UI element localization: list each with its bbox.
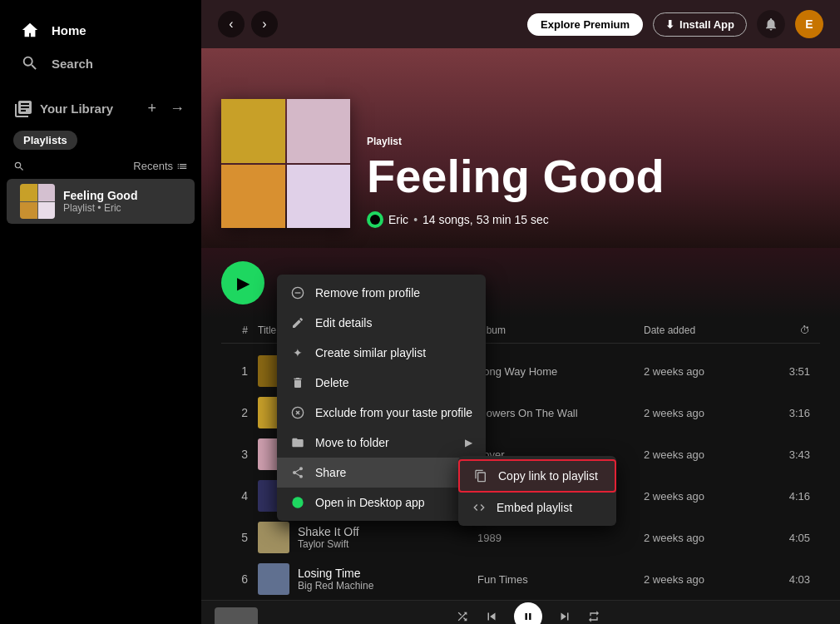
recents-group[interactable]: Recents: [133, 160, 188, 172]
track-num: 5: [231, 531, 258, 544]
owner-icon: [367, 211, 383, 228]
table-row[interactable]: 4 Cruel Summer Taylor Swift Lover 2 week…: [221, 475, 820, 517]
hero-info: Playlist Feeling Good Eric • 14 songs, 5…: [367, 136, 820, 228]
shuffle-button[interactable]: [456, 610, 469, 623]
thumb-cell-4: [38, 202, 56, 220]
col-dur-header: ⏱: [760, 324, 810, 336]
track-name: Anti-Hero: [298, 400, 348, 414]
track-album: Lover: [477, 490, 644, 503]
track-date: 2 weeks ago: [644, 407, 760, 419]
col-num-header: #: [231, 324, 258, 336]
pause-button[interactable]: [514, 602, 542, 625]
track-album: Flowers On The Wall: [477, 407, 644, 419]
track-duration: 3:16: [760, 407, 810, 419]
next-icon: [557, 609, 572, 624]
bottom-bar: - -: [201, 600, 840, 624]
track-thumb: [258, 397, 289, 428]
table-row[interactable]: 1 Long Way Home 5 Seconds of Summer Long…: [221, 350, 820, 392]
library-actions: + →: [144, 97, 188, 121]
expand-library-button[interactable]: →: [166, 97, 188, 121]
thumb-cell-1: [20, 184, 37, 201]
track-album: Long Way Home: [477, 365, 644, 378]
now-playing: - -: [215, 607, 380, 625]
track-name-col: Losing Time Big Red Machine: [298, 567, 373, 592]
controls-row: ▶ • • •: [201, 248, 840, 318]
repeat-button[interactable]: [587, 610, 600, 623]
repeat-icon: [587, 610, 600, 623]
add-library-button[interactable]: +: [144, 97, 160, 121]
table-row[interactable]: 3 Lover Taylor Swift Lover 2 weeks ago 3…: [221, 433, 820, 475]
track-num: 3: [231, 448, 258, 461]
install-icon: ⬇: [665, 18, 674, 31]
thumb-cell-2: [38, 184, 56, 201]
table-row[interactable]: 5 Shake It Off Taylor Swift 1989 2 weeks…: [221, 517, 820, 558]
more-options-button[interactable]: • • •: [281, 274, 316, 293]
hero-section: Playlist Feeling Good Eric • 14 songs, 5…: [201, 48, 840, 248]
playlist-name: Feeling Good: [63, 189, 181, 202]
library-icon: [13, 99, 33, 119]
track-name-col: Cruel Summer Taylor Swift: [298, 483, 373, 508]
playlist-item-feeling-good[interactable]: Feeling Good Playlist • Eric: [7, 179, 195, 224]
track-thumb: [258, 438, 289, 470]
track-artist: Taylor Swift: [298, 414, 348, 425]
track-info: Losing Time Big Red Machine: [258, 563, 477, 595]
svg-point-0: [370, 215, 380, 225]
play-button[interactable]: ▶: [221, 261, 264, 305]
notifications-button[interactable]: [757, 10, 785, 38]
library-search-row: Recents: [0, 156, 201, 179]
track-name: Losing Time: [298, 567, 373, 580]
track-date: 2 weeks ago: [644, 448, 760, 461]
table-header: # Title Album Date added ⏱: [221, 318, 820, 344]
track-duration: 4:05: [760, 532, 810, 544]
user-avatar-button[interactable]: E: [795, 10, 823, 38]
install-label: Install App: [679, 18, 734, 31]
search-icon: [20, 53, 40, 73]
table-row[interactable]: 2 Anti-Hero Taylor Swift Flowers On The …: [221, 392, 820, 433]
owner-name: Eric: [388, 213, 408, 226]
track-name-col: Anti-Hero Taylor Swift: [298, 400, 348, 425]
forward-button[interactable]: ›: [251, 11, 278, 37]
playlist-details: Eric • 14 songs, 53 min 15 sec: [367, 211, 820, 228]
track-info: Anti-Hero Taylor Swift: [258, 397, 477, 428]
playlist-thumbnail: [20, 184, 55, 219]
nav-arrows: ‹ ›: [218, 11, 278, 37]
track-album: 1989: [477, 532, 644, 544]
cover-cell-1: [221, 99, 285, 163]
track-date: 2 weeks ago: [644, 490, 760, 503]
pause-icon: [522, 611, 534, 622]
cover-cell-4: [287, 165, 351, 229]
previous-button[interactable]: [484, 609, 499, 624]
track-artist: Big Red Machine: [298, 580, 373, 592]
topbar: ‹ › Explore Premium ⬇ Install App E: [201, 0, 840, 48]
now-playing-name: -: [266, 617, 269, 624]
track-name-col: Shake It Off Taylor Swift: [298, 525, 359, 550]
track-num: 4: [231, 489, 258, 503]
track-name: Long Way Home: [298, 359, 397, 372]
library-search-left[interactable]: [13, 161, 25, 172]
track-duration: 4:16: [760, 490, 810, 503]
shuffle-icon: [456, 610, 469, 623]
playlists-filter-button[interactable]: Playlists: [13, 131, 77, 150]
topbar-right: Explore Premium ⬇ Install App E: [527, 10, 823, 38]
track-duration: 3:51: [760, 365, 810, 378]
library-title: Your Library: [40, 102, 113, 116]
track-thumb: [258, 480, 289, 512]
back-button[interactable]: ‹: [218, 11, 245, 37]
next-button[interactable]: [557, 609, 572, 624]
home-icon: [20, 20, 40, 40]
track-thumb: [258, 355, 289, 387]
table-row[interactable]: 6 Losing Time Big Red Machine Fun Times …: [221, 558, 820, 600]
track-date: 2 weeks ago: [644, 573, 760, 586]
playlist-detail-text: 14 songs, 53 min 15 sec: [422, 213, 549, 226]
track-date: 2 weeks ago: [644, 532, 760, 544]
sidebar-navigation: Home Search: [0, 7, 201, 87]
install-app-button[interactable]: ⬇ Install App: [653, 12, 747, 37]
library-title-group: Your Library: [13, 99, 144, 119]
sidebar: Home Search Your Library + →: [0, 0, 201, 624]
col-album-header: Album: [477, 324, 644, 336]
sidebar-item-home[interactable]: Home: [10, 13, 191, 47]
sidebar-item-search[interactable]: Search: [10, 47, 191, 80]
track-info: Lover Taylor Swift: [258, 438, 477, 470]
explore-premium-button[interactable]: Explore Premium: [527, 13, 643, 36]
list-icon: [176, 161, 188, 172]
